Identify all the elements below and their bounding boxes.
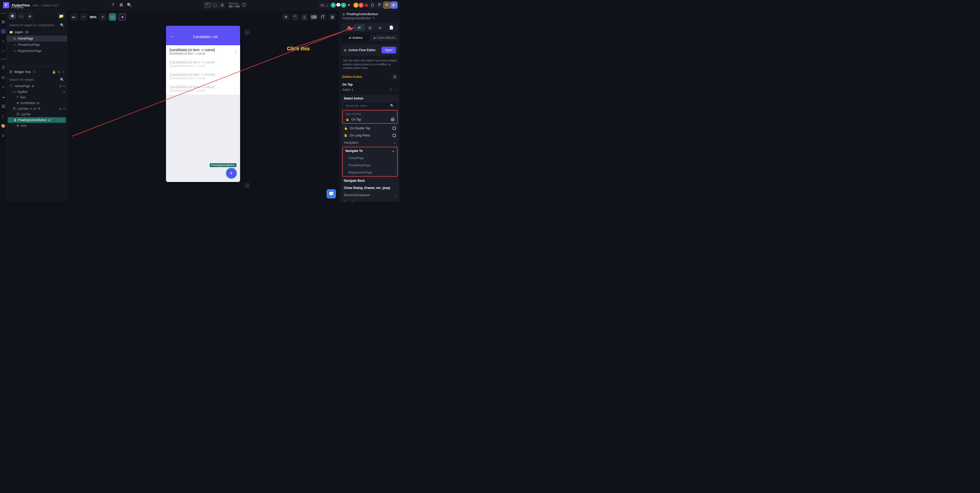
comment-icon[interactable]: 💬 bbox=[336, 3, 341, 8]
rail-tree-icon[interactable]: ⎋ bbox=[1, 38, 6, 44]
action-search[interactable]: 🔍 bbox=[343, 102, 396, 109]
widget-search-input[interactable] bbox=[9, 78, 60, 81]
cat-navigation[interactable]: Navigation⌄ bbox=[341, 139, 399, 146]
rail-api-icon[interactable]: ☁ bbox=[1, 94, 6, 99]
preview-icon[interactable]: 👁 bbox=[383, 2, 390, 9]
device-desktop-tab[interactable]: 🖥 bbox=[218, 2, 226, 8]
rail-media-icon[interactable]: 🖼 bbox=[1, 104, 6, 109]
brightness-icon[interactable]: ☀ bbox=[282, 13, 290, 21]
tree-listtile[interactable]: ☰ListTile bbox=[7, 111, 67, 117]
cat-navigate-to[interactable]: Navigate To⌄ bbox=[343, 147, 397, 154]
back-icon[interactable]: ← bbox=[170, 34, 174, 39]
tab-style[interactable]: ✨ bbox=[343, 24, 354, 31]
floating-action-button[interactable]: + bbox=[226, 168, 237, 178]
list-item[interactable]: [candidateList item -> name][candidateLi… bbox=[166, 70, 240, 82]
action-search-input[interactable] bbox=[346, 104, 390, 107]
device-tablet-tab[interactable]: ▢ bbox=[211, 2, 218, 8]
panel-resize-handle[interactable] bbox=[22, 65, 51, 66]
rail-appstate-icon[interactable]: ≡ bbox=[1, 84, 6, 89]
option-on-tap[interactable]: 👆On Tap bbox=[343, 116, 397, 123]
version-pill[interactable]: v1 ⌄ bbox=[318, 2, 331, 8]
canvas-chip-2[interactable]: ▭ bbox=[244, 182, 250, 188]
orientation-icon[interactable]: ▯ bbox=[301, 13, 308, 21]
status-check-2[interactable]: ✓ bbox=[341, 3, 346, 8]
tree-iconbutton[interactable]: ⊛IconButton⇄ bbox=[7, 100, 67, 106]
help-icon[interactable]: ? bbox=[110, 3, 116, 8]
rail-storyboard-icon[interactable]: ▭ bbox=[1, 48, 6, 54]
cat-navigate-back[interactable]: Navigate Back bbox=[341, 177, 399, 184]
add-icon[interactable]: ⊕ bbox=[58, 70, 60, 74]
rail-datatypes-icon[interactable]: ▤ bbox=[1, 75, 6, 80]
tree-text[interactable]: TText bbox=[7, 95, 67, 100]
lp-tab-layers[interactable]: ❖ bbox=[9, 12, 16, 19]
canvas-ai-icon[interactable]: ✦ bbox=[119, 13, 126, 21]
canvas[interactable]: ⇤ − 90% + ⊡ ✦ ☀ 📱 ▯ ⌨ tT ⊞ ← Candidate L… bbox=[67, 10, 339, 201]
search-icon[interactable]: 🔍 bbox=[127, 3, 132, 8]
rail-pages-icon[interactable]: ☰ bbox=[1, 29, 6, 34]
subtab-blocks[interactable]: ◈Action Blocks bbox=[370, 35, 399, 41]
lock-icon[interactable]: 🔒 bbox=[52, 70, 56, 74]
list-item[interactable]: [candidateList item -> name][candidateLi… bbox=[166, 45, 240, 57]
sort-icon[interactable]: ≡ bbox=[62, 70, 64, 74]
device-icon[interactable]: 📱 bbox=[291, 13, 299, 21]
page-search-input[interactable] bbox=[9, 24, 60, 27]
add-widget-icon[interactable]: ⊕ bbox=[59, 84, 62, 88]
tree-listview[interactable]: ☰ListView⎋⇄👁⊕▾ bbox=[7, 106, 67, 111]
nav-homepage[interactable]: HomePage bbox=[343, 154, 397, 162]
errors-badge[interactable]: 1 bbox=[358, 3, 364, 8]
tree-fab[interactable]: ⊕FloatingActionButton⇄⊕▾ bbox=[8, 117, 66, 123]
multi-device-icon[interactable]: ⊞ bbox=[329, 13, 336, 21]
tab-actions[interactable]: ⇄ bbox=[354, 24, 364, 31]
widget-search[interactable]: 🔍 bbox=[7, 76, 67, 83]
canvas-chip-1[interactable]: ▭ bbox=[244, 29, 250, 35]
sparkle-icon[interactable]: ✦ bbox=[346, 3, 351, 8]
open-external-icon[interactable]: ⇱ bbox=[376, 2, 383, 9]
text-scale-icon[interactable]: tT bbox=[320, 13, 326, 21]
tab-animations[interactable]: ▶ bbox=[375, 24, 386, 31]
rail-database-icon[interactable]: 🗄 bbox=[1, 65, 6, 70]
page-item-privatekey[interactable]: ▭PrivateKeyPage bbox=[7, 42, 67, 48]
subtab-actions[interactable]: ⇄Actions bbox=[341, 35, 370, 41]
copy-icon[interactable]: ⎘ bbox=[392, 74, 398, 80]
rail-functions-icon[interactable]: ƒ bbox=[1, 114, 6, 119]
page-search[interactable]: 🔍 bbox=[7, 22, 67, 29]
rail-widgets-icon[interactable]: ▦ bbox=[1, 19, 6, 24]
tree-homepage[interactable]: 📱HomePage⇄ ⊕▾ bbox=[7, 83, 67, 89]
code-icon[interactable]: ⟨⟩ bbox=[369, 2, 376, 9]
cat-close-dialog[interactable]: Close Dialog, Drawer, etc. (pop) bbox=[341, 184, 399, 192]
lp-tab-pages[interactable]: ▭ bbox=[18, 12, 25, 19]
tab-docs[interactable]: 📄 bbox=[386, 24, 396, 31]
status-check-1[interactable]: ✓ bbox=[331, 3, 336, 8]
open-flow-editor-button[interactable]: Open bbox=[382, 47, 396, 54]
rail-theme-icon[interactable]: 🎨 bbox=[1, 124, 6, 128]
tab-backend[interactable]: ▦ bbox=[365, 24, 375, 31]
zoom-in-icon[interactable]: + bbox=[99, 13, 106, 21]
edit-icon[interactable]: ✎ bbox=[372, 16, 375, 20]
device-phone-tab[interactable]: 📱 bbox=[204, 2, 211, 8]
action-menu-icon[interactable]: ⋮ bbox=[395, 88, 398, 92]
edit-action-icon[interactable]: ✎ bbox=[390, 88, 393, 92]
cat-state[interactable]: State Management bbox=[341, 199, 399, 201]
rail-settings-icon[interactable]: ⚙ bbox=[1, 133, 6, 138]
canvas-select-icon[interactable]: ⊡ bbox=[109, 13, 116, 21]
more-icon[interactable]: ▾ bbox=[63, 84, 65, 88]
list-item[interactable]: [candidateList item -> name][candidateLi… bbox=[166, 82, 240, 95]
intercom-chat-icon[interactable]: 💬 bbox=[326, 189, 336, 198]
tree-icon[interactable]: ⚙Icon bbox=[7, 123, 67, 128]
run-icon[interactable]: ⚡▾ bbox=[390, 2, 398, 9]
page-item-registration[interactable]: ▭RegistrationPage bbox=[7, 48, 67, 54]
tree-appbar[interactable]: ▭AppBar▾ bbox=[7, 89, 67, 95]
bug-icon[interactable]: 🐞 bbox=[364, 3, 369, 8]
zoom-out-icon[interactable]: − bbox=[80, 13, 87, 21]
list-item[interactable]: [candidateList item -> name][candidateLi… bbox=[166, 57, 240, 70]
option-on-long-press[interactable]: ✋On Long Press bbox=[341, 132, 399, 139]
nav-registration[interactable]: RegistrationPage bbox=[343, 169, 397, 176]
collapse-panel-icon[interactable]: ⇤ bbox=[70, 13, 78, 21]
option-on-double-tap[interactable]: 👆On Double Tap bbox=[341, 125, 399, 132]
lp-new-folder[interactable]: 📁 bbox=[58, 12, 65, 19]
page-item-homepage[interactable]: ▭HomePage bbox=[7, 35, 67, 42]
command-icon[interactable]: ⌘ bbox=[119, 3, 124, 8]
pages-folder[interactable]: 📁 pages 3 bbox=[7, 29, 67, 35]
nav-privatekey[interactable]: PrivateKeyPage bbox=[343, 162, 397, 169]
info-icon[interactable]: ⓘ bbox=[242, 3, 247, 8]
